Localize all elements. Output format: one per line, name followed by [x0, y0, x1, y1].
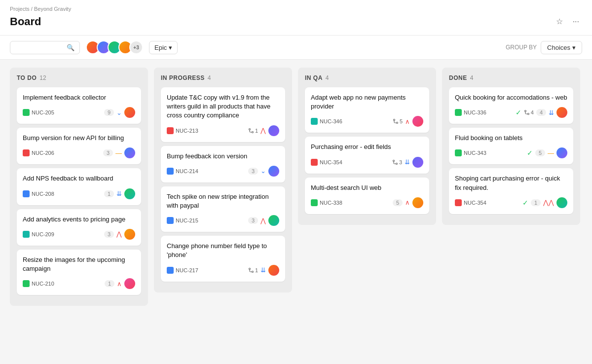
count-badge: 1 [104, 190, 114, 197]
avatar-extra[interactable]: +3 [129, 40, 143, 54]
card-title: Tech spike on new stripe integration wit… [167, 192, 279, 210]
card-footer: NUC-205 9 ⌄ [23, 107, 135, 118]
priority-icon: ⇊ [260, 266, 266, 274]
card-footer: NUC-206 3 — [23, 147, 135, 158]
ticket-badge [167, 127, 174, 134]
card[interactable]: Change phone number field type to 'phone… [161, 236, 285, 281]
ticket-number: NUC-213 [176, 128, 198, 134]
card-meta: 1 ⇊ [104, 188, 135, 199]
svg-point-9 [527, 113, 529, 115]
ticket-id: NUC-213 [167, 127, 198, 134]
ticket-number: NUC-354 [320, 159, 342, 165]
card-title: Resize the images for the upcoming campa… [23, 255, 135, 273]
avatar [268, 215, 279, 226]
card-footer: NUC-346 5 ∧ [311, 116, 423, 127]
count-badge: 3 [104, 231, 114, 238]
epic-filter-button[interactable]: Epic ▾ [149, 41, 178, 54]
card[interactable]: Purchasing error - edit fields NUC-354 3… [305, 137, 429, 173]
star-button[interactable]: ☆ [553, 14, 566, 29]
column-header: DONE4 [449, 74, 573, 81]
card[interactable]: Quick booking for accomodations - web NU… [449, 87, 573, 124]
card-footer: NUC-336 ✓44 ⇊ [455, 107, 567, 118]
avatar [124, 278, 135, 289]
column-header: TO DO12 [17, 74, 141, 81]
chevron-down-icon: ▾ [572, 44, 576, 51]
column-title: IN PROGRESS [161, 74, 205, 81]
ticket-id: NUC-206 [23, 149, 54, 156]
ticket-number: NUC-215 [176, 218, 198, 223]
svg-point-6 [393, 160, 394, 161]
ticket-number: NUC-214 [176, 168, 198, 174]
card-footer: NUC-338 5 ∧ [311, 197, 423, 208]
card-title: Update T&C copy with v1.9 from the write… [167, 93, 279, 120]
count-badge: 3 [103, 149, 113, 156]
ticket-number: NUC-338 [320, 200, 342, 206]
avatar [412, 116, 423, 127]
card[interactable]: Multi-dest search UI web NUC-338 5 ∧ [305, 178, 429, 214]
card[interactable]: Bump feedback icon version NUC-214 3 ⌄ [161, 146, 285, 182]
ticket-badge [23, 280, 30, 287]
column-done: DONE4 Quick booking for accomodations - … [442, 68, 580, 225]
card-meta: 3 — [103, 147, 135, 158]
ticket-id: NUC-354 [311, 159, 342, 166]
count-badge: 1 [531, 199, 541, 206]
priority-icon: ⇊ [549, 109, 554, 116]
ticket-number: NUC-343 [464, 150, 486, 156]
ticket-id: NUC-215 [167, 217, 198, 224]
ticket-badge [167, 168, 174, 175]
card[interactable]: Adapt web app no new payments provider N… [305, 87, 429, 133]
pr-icon: 4 [524, 109, 534, 115]
pr-icon: 1 [248, 267, 258, 273]
svg-point-0 [249, 128, 250, 130]
ticket-id: NUC-209 [23, 231, 54, 238]
card[interactable]: Update T&C copy with v1.9 from the write… [161, 87, 285, 142]
card[interactable]: Shoping cart purchasing error - quick fi… [449, 168, 573, 214]
breadcrumb: Projects / Beyond Gravity [10, 6, 582, 12]
count-badge: 3 [248, 217, 258, 224]
card-meta: 9 ⌄ [104, 107, 135, 118]
card-meta: 1 ⇊ [248, 265, 279, 276]
ticket-id: NUC-214 [167, 168, 198, 175]
column-title: TO DO [17, 74, 37, 81]
ticket-id: NUC-354 [455, 199, 486, 206]
group-by-section: GROUP BY Choices ▾ [506, 41, 582, 54]
ticket-id: NUC-205 [23, 109, 54, 116]
more-options-button[interactable]: ··· [570, 14, 582, 29]
priority-icon: ⇊ [405, 158, 410, 166]
card[interactable]: Add NPS feedback to wallboard NUC-208 1 … [17, 168, 141, 205]
ticket-badge [23, 231, 30, 238]
card-meta: ✓5 — [527, 147, 567, 158]
choices-button[interactable]: Choices ▾ [541, 41, 582, 54]
card-footer: NUC-215 3 ⋀ [167, 215, 279, 226]
priority-icon: — [115, 149, 122, 157]
card-title: Quick booking for accomodations - web [455, 93, 567, 102]
card-meta: ✓44 ⇊ [516, 107, 567, 118]
avatar [124, 107, 135, 118]
ticket-id: NUC-217 [167, 267, 198, 274]
ticket-number: NUC-205 [32, 109, 54, 115]
card[interactable]: Add analytics events to pricing page NUC… [17, 209, 141, 246]
avatar [124, 188, 135, 199]
card-meta: 1 ⋀ [248, 125, 279, 136]
search-input[interactable] [15, 44, 65, 51]
card[interactable]: Fluid booking on tablets NUC-343 ✓5 — [449, 128, 573, 164]
avatar [556, 107, 567, 118]
card-meta: ✓1 ⋀⋀ [522, 197, 567, 208]
ticket-number: NUC-354 [464, 200, 486, 206]
avatar [124, 229, 135, 240]
card-meta: 3 ⋀ [104, 229, 135, 240]
ticket-number: NUC-206 [32, 150, 54, 156]
card[interactable]: Implement feedback collector NUC-205 9 ⌄ [17, 87, 141, 124]
avatar [268, 125, 279, 136]
ticket-id: NUC-343 [455, 149, 486, 156]
card[interactable]: Tech spike on new stripe integration wit… [161, 186, 285, 232]
card[interactable]: Bump version for new API for billing NUC… [17, 128, 141, 164]
card-meta: 3 ⋀ [248, 215, 279, 226]
ticket-id: NUC-346 [311, 118, 342, 125]
svg-point-7 [396, 163, 397, 164]
card[interactable]: Resize the images for the upcoming campa… [17, 250, 141, 295]
card-title: Fluid booking on tablets [455, 134, 567, 143]
card-title: Purchasing error - edit fields [311, 143, 423, 151]
ticket-id: NUC-210 [23, 280, 54, 287]
priority-icon: ⋀ [260, 127, 266, 134]
